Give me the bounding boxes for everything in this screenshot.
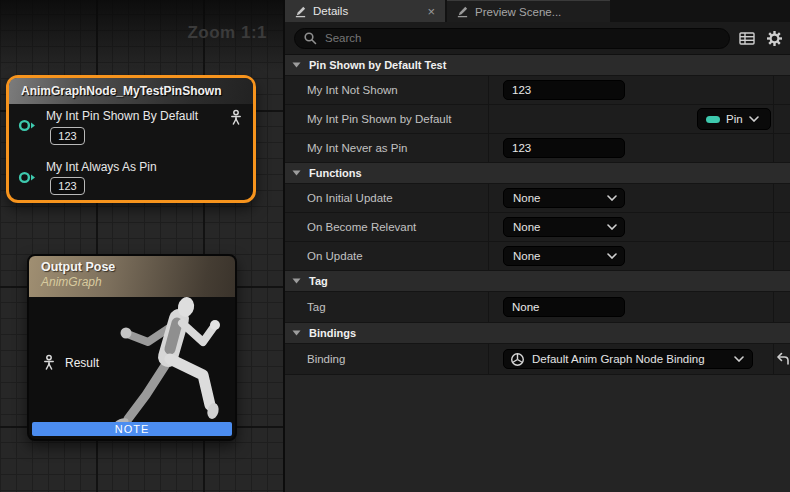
function-dropdown[interactable]: None xyxy=(503,246,625,266)
preview-scene-tab-icon xyxy=(456,5,469,18)
search-box[interactable] xyxy=(294,28,730,49)
section-header-tag[interactable]: Tag xyxy=(285,271,790,292)
property-label: On Update xyxy=(285,242,489,270)
dropdown-value: None xyxy=(513,221,607,233)
chevron-down-icon xyxy=(607,224,617,230)
chevron-down-icon xyxy=(734,356,744,362)
chevron-down-icon xyxy=(749,116,759,122)
anim-graph-test-node[interactable]: AnimGraphNode_MyTestPinShown My Int Pin … xyxy=(6,75,256,203)
tab-label: Preview Scene... xyxy=(475,6,602,18)
tab-label: Details xyxy=(313,5,419,17)
result-pin-label: Result xyxy=(65,356,99,370)
reset-column xyxy=(774,76,790,104)
int-pin-icon[interactable] xyxy=(18,118,37,133)
pin-mode-dropdown[interactable]: Pin xyxy=(697,108,771,130)
property-row-my-int-not-shown: My Int Not Shown xyxy=(285,76,790,105)
pin-value-input[interactable]: 123 xyxy=(50,127,85,145)
note-label: NOTE xyxy=(115,423,150,435)
section-header-functions[interactable]: Functions xyxy=(285,163,790,184)
int-value-input[interactable] xyxy=(503,80,625,100)
property-label: On Become Relevant xyxy=(285,213,489,241)
tab-details[interactable]: Details × xyxy=(285,0,445,22)
pin-label: My Int Always As Pin xyxy=(46,160,157,174)
pose-pin-icon[interactable] xyxy=(228,109,244,126)
chevron-down-icon xyxy=(607,253,617,259)
int-value-input[interactable] xyxy=(503,138,625,158)
output-pose-node[interactable]: Output Pose AnimGraph xyxy=(27,254,237,441)
section-header-pin-shown-by-default-test[interactable]: Pin Shown by Default Test xyxy=(285,55,790,76)
property-label: On Initial Update xyxy=(285,184,489,212)
pin-capsule-icon xyxy=(706,116,720,123)
property-row-binding: Binding Default Anim Graph Node Binding xyxy=(285,344,790,375)
collapse-arrow-icon xyxy=(292,278,301,284)
property-row-on-update: On Update None xyxy=(285,242,790,271)
property-label: My Int Never as Pin xyxy=(285,134,489,162)
details-toolbar xyxy=(285,22,790,55)
collapse-arrow-icon xyxy=(292,62,301,68)
binding-dropdown[interactable]: Default Anim Graph Node Binding xyxy=(503,349,753,369)
collapse-arrow-icon xyxy=(292,330,301,336)
running-mannequin-figure xyxy=(82,295,234,431)
node-header[interactable]: AnimGraphNode_MyTestPinShown xyxy=(9,78,253,104)
int-pin-icon[interactable] xyxy=(18,170,37,185)
details-tab-icon xyxy=(294,5,307,18)
reset-to-default-icon[interactable] xyxy=(774,352,790,366)
reset-column xyxy=(774,134,790,162)
function-dropdown[interactable]: None xyxy=(503,217,625,237)
binding-sphere-icon xyxy=(510,352,525,367)
reset-column xyxy=(774,213,790,241)
property-row-on-become-relevant: On Become Relevant None xyxy=(285,213,790,242)
gear-icon xyxy=(767,31,782,46)
node-subtitle: AnimGraph xyxy=(41,275,223,289)
property-label: Tag xyxy=(285,292,489,322)
tag-input[interactable] xyxy=(503,297,625,317)
zoom-level-indicator: Zoom 1:1 xyxy=(187,23,267,43)
property-label: Binding xyxy=(285,344,489,374)
details-panel: Details × Preview Scene... xyxy=(285,0,790,492)
property-label: My Int Pin Shown by Default xyxy=(285,105,489,133)
pin-mode-value: Pin xyxy=(726,113,743,125)
close-icon[interactable]: × xyxy=(425,5,437,18)
property-row-my-int-pin-shown-by-default: My Int Pin Shown by Default Pin xyxy=(285,105,790,134)
property-row-on-initial-update: On Initial Update None xyxy=(285,184,790,213)
reset-column xyxy=(774,184,790,212)
note-bar: NOTE xyxy=(32,422,232,436)
section-header-bindings[interactable]: Bindings xyxy=(285,323,790,344)
anim-blueprint-editor: Zoom 1:1 AnimGraphNode_MyTestPinShown My… xyxy=(0,0,790,492)
property-matrix-button[interactable] xyxy=(737,28,757,48)
node-header[interactable]: Output Pose AnimGraph xyxy=(29,256,235,297)
property-row-tag: Tag xyxy=(285,292,790,323)
node-title: Output Pose xyxy=(41,260,223,274)
reset-column xyxy=(774,242,790,270)
section-title: Tag xyxy=(309,275,328,287)
collapse-arrow-icon xyxy=(292,170,301,176)
binding-value: Default Anim Graph Node Binding xyxy=(532,353,727,365)
dropdown-value: None xyxy=(513,192,607,204)
section-title: Bindings xyxy=(309,327,356,339)
property-matrix-icon xyxy=(739,31,755,46)
node-title: AnimGraphNode_MyTestPinShown xyxy=(21,84,221,98)
property-label: My Int Not Shown xyxy=(285,76,489,104)
display-settings-button[interactable] xyxy=(764,28,784,48)
function-dropdown[interactable]: None xyxy=(503,188,625,208)
search-input[interactable] xyxy=(323,31,721,45)
search-icon xyxy=(303,31,317,45)
pin-value-input[interactable]: 123 xyxy=(50,177,85,195)
pin-label: My Int Pin Shown By Default xyxy=(46,109,198,123)
reset-column xyxy=(774,105,790,133)
tab-preview-scene[interactable]: Preview Scene... xyxy=(447,0,610,22)
panel-tab-bar: Details × Preview Scene... xyxy=(285,0,790,22)
reset-column xyxy=(774,292,790,322)
property-row-my-int-never-as-pin: My Int Never as Pin xyxy=(285,134,790,163)
details-empty-area xyxy=(285,375,790,492)
section-title: Functions xyxy=(309,167,362,179)
section-title: Pin Shown by Default Test xyxy=(309,59,446,71)
chevron-down-icon xyxy=(607,195,617,201)
pose-pin-icon[interactable] xyxy=(41,354,57,371)
dropdown-value: None xyxy=(513,250,607,262)
graph-canvas[interactable]: Zoom 1:1 AnimGraphNode_MyTestPinShown My… xyxy=(0,0,283,492)
